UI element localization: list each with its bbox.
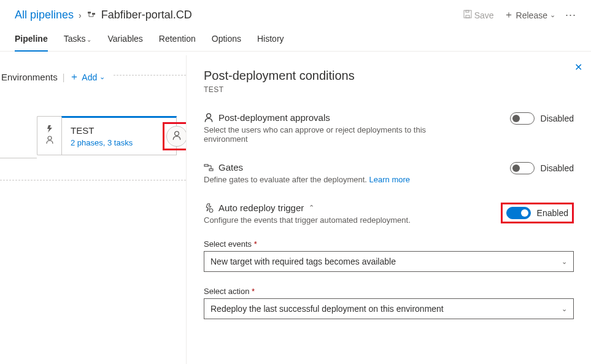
select-action-field: Select action * Redeploy the last succes…	[204, 287, 574, 319]
gates-desc: Define gates to evaluate after the deplo…	[204, 175, 410, 184]
chevron-down-icon: ⌄	[87, 36, 91, 43]
redeploy-desc: Configure the events that trigger automa…	[204, 215, 411, 225]
approvals-section: Post-deployment approvals Select the use…	[204, 112, 574, 144]
environment-card-test[interactable]: TEST 2 phases, 3 tasks	[61, 116, 177, 155]
approvals-desc: Select the users who can approve or reje…	[204, 125, 462, 144]
tab-options[interactable]: Options	[212, 28, 241, 51]
svg-point-5	[48, 136, 52, 140]
person-icon	[172, 131, 182, 142]
trigger-icon	[37, 125, 61, 134]
select-events-label: Select events *	[204, 239, 574, 249]
plus-icon: ＋	[504, 9, 514, 21]
tab-pipeline[interactable]: Pipeline	[15, 28, 48, 51]
pipeline-icon	[87, 10, 96, 20]
chevron-down-icon: ⌄	[562, 258, 567, 266]
select-events-dropdown[interactable]: New target with required tags becomes av…	[204, 251, 574, 272]
approvals-title: Post-deployment approvals	[218, 112, 330, 123]
pre-deployment-conditions[interactable]	[37, 116, 61, 155]
panel-subtitle: TEST	[204, 85, 574, 94]
highlight-box: Enabled	[501, 203, 574, 223]
person-icon	[204, 113, 214, 123]
environments-label: Environments	[0, 72, 58, 82]
breadcrumb-root-link[interactable]: All pipelines	[15, 9, 74, 21]
redeploy-toggle[interactable]	[506, 207, 531, 219]
plus-icon: ＋	[69, 71, 79, 83]
svg-rect-0	[88, 12, 91, 14]
breadcrumb-separator: ›	[79, 10, 82, 20]
tab-history[interactable]: History	[257, 28, 284, 51]
chevron-up-icon[interactable]: ⌃	[309, 204, 314, 212]
svg-point-10	[209, 209, 213, 212]
select-events-field: Select events * New target with required…	[204, 239, 574, 272]
post-deployment-panel: ✕ Post-deployment conditions TEST Post-d…	[186, 55, 591, 364]
gates-toggle-label: Disabled	[541, 163, 574, 173]
select-action-label: Select action *	[204, 287, 574, 296]
chevron-down-icon: ⌄	[99, 73, 105, 81]
svg-rect-9	[209, 169, 213, 171]
trigger-gear-icon	[204, 203, 214, 213]
svg-point-6	[175, 131, 179, 136]
connector-line	[0, 158, 37, 158]
redeploy-title: Auto redeploy trigger	[218, 203, 304, 213]
tab-variables[interactable]: Variables	[107, 28, 142, 51]
person-icon	[37, 136, 61, 146]
svg-rect-3	[466, 15, 469, 18]
gates-learn-more-link[interactable]: Learn more	[369, 175, 410, 184]
close-panel-button[interactable]: ✕	[574, 61, 582, 73]
chevron-down-icon: ⌄	[550, 11, 555, 19]
breadcrumb: All pipelines › Fabfiber-portal.CD Save …	[0, 0, 591, 28]
add-environment-button[interactable]: ＋ Add ⌄	[69, 71, 105, 83]
tab-retention[interactable]: Retention	[159, 28, 196, 51]
approvals-toggle[interactable]	[510, 112, 535, 125]
post-deployment-conditions-button[interactable]	[166, 126, 187, 147]
gates-section: Gates Define gates to evaluate after the…	[204, 162, 574, 184]
svg-rect-1	[92, 13, 95, 15]
gates-toggle[interactable]	[510, 162, 535, 174]
approvals-toggle-label: Disabled	[541, 114, 574, 123]
save-icon	[463, 10, 472, 20]
redeploy-toggle-group: Enabled	[506, 207, 568, 219]
redeploy-toggle-label: Enabled	[537, 208, 568, 218]
more-menu-button[interactable]: ···	[565, 9, 576, 21]
panel-title: Post-deployment conditions	[204, 69, 574, 83]
svg-rect-8	[204, 165, 208, 166]
svg-point-7	[207, 114, 211, 118]
tab-tasks[interactable]: Tasks⌄	[64, 28, 92, 51]
svg-rect-4	[466, 10, 469, 12]
gates-icon	[204, 163, 214, 172]
release-button[interactable]: ＋ Release ⌄	[504, 9, 555, 21]
chevron-down-icon: ⌄	[562, 305, 567, 313]
select-action-dropdown[interactable]: Redeploy the last successful deployment …	[204, 298, 574, 319]
save-button[interactable]: Save	[463, 10, 494, 20]
breadcrumb-title: Fabfiber-portal.CD	[101, 9, 192, 21]
gates-title: Gates	[218, 162, 243, 172]
gates-toggle-group: Disabled	[510, 162, 574, 174]
approvals-toggle-group: Disabled	[510, 112, 574, 125]
environment-title: TEST	[71, 125, 168, 136]
redeploy-section: Auto redeploy trigger ⌃ Configure the ev…	[204, 203, 574, 319]
tabs-bar: Pipeline Tasks⌄ Variables Retention Opti…	[0, 28, 591, 52]
svg-rect-2	[464, 10, 471, 18]
environment-tasks-link[interactable]: 2 phases, 3 tasks	[71, 138, 168, 147]
